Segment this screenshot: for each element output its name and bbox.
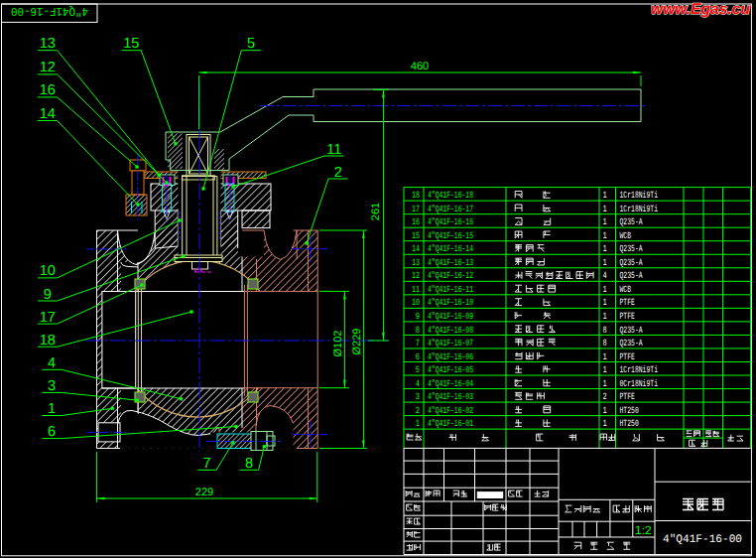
svg-text:4"Q41F-16-14: 4"Q41F-16-14	[428, 243, 473, 254]
svg-text:1: 1	[602, 351, 606, 362]
svg-text:1Cr18Ni9Ti: 1Cr18Ni9Ti	[620, 364, 659, 375]
svg-text:4: 4	[48, 355, 56, 371]
svg-text:16: 16	[40, 82, 56, 98]
svg-text:1: 1	[602, 297, 606, 308]
svg-text:1: 1	[602, 378, 606, 389]
svg-text:1: 1	[602, 311, 606, 322]
svg-text:1: 1	[602, 230, 606, 241]
svg-text:1: 1	[48, 401, 56, 417]
svg-text:8: 8	[602, 338, 606, 349]
svg-text:9: 9	[44, 287, 52, 303]
svg-text:3: 3	[48, 378, 56, 394]
svg-text:2: 2	[416, 405, 420, 416]
svg-text:Q235-A: Q235-A	[620, 338, 643, 349]
svg-text:4"Q41F-16-05: 4"Q41F-16-05	[428, 364, 473, 375]
svg-text:HT250: HT250	[620, 418, 639, 429]
svg-text:4"Q41F-16-07: 4"Q41F-16-07	[428, 338, 473, 349]
svg-text:1: 1	[602, 243, 606, 254]
svg-text:PTFE: PTFE	[620, 297, 636, 308]
svg-text:18: 18	[412, 190, 420, 201]
svg-text:4"Q41F-16-12: 4"Q41F-16-12	[428, 270, 473, 281]
svg-text:4"Q41F-16-16: 4"Q41F-16-16	[428, 216, 473, 227]
svg-text:460: 460	[411, 61, 429, 72]
svg-text:1: 1	[602, 216, 606, 227]
svg-text:10: 10	[40, 263, 56, 279]
svg-text:4"Q41F-16-10: 4"Q41F-16-10	[428, 297, 473, 308]
svg-text:WCB: WCB	[620, 284, 632, 295]
svg-text:4"Q41F-16-03: 4"Q41F-16-03	[428, 391, 473, 402]
svg-text:17: 17	[40, 310, 56, 326]
svg-text:1: 1	[602, 204, 606, 214]
svg-text:1: 1	[602, 364, 606, 375]
svg-text:4"Q41F-16-06: 4"Q41F-16-06	[428, 351, 473, 362]
svg-text:4"Q41F-16-01: 4"Q41F-16-01	[428, 418, 473, 429]
svg-text:17: 17	[412, 204, 420, 214]
svg-text:4"Q41F-16-18: 4"Q41F-16-18	[428, 190, 473, 201]
svg-text:10: 10	[412, 297, 420, 308]
svg-text:Q235-A: Q235-A	[620, 216, 643, 227]
svg-text:4"Q41F-16-17: 4"Q41F-16-17	[428, 204, 473, 214]
svg-text:15: 15	[123, 36, 139, 52]
svg-text:Ø102: Ø102	[332, 331, 344, 357]
svg-text:14: 14	[412, 243, 420, 254]
svg-text:Q235-A: Q235-A	[620, 325, 643, 336]
svg-text:4"Q41F-16-09: 4"Q41F-16-09	[428, 311, 473, 322]
svg-text:16: 16	[412, 216, 420, 227]
svg-text:12: 12	[412, 270, 420, 281]
svg-text:1: 1	[602, 190, 606, 201]
svg-text:12: 12	[40, 60, 56, 75]
svg-text:4"Q41F-16-15: 4"Q41F-16-15	[428, 230, 473, 241]
svg-text:2: 2	[334, 165, 342, 181]
svg-text:1: 1	[602, 284, 606, 295]
svg-text:Q235-A: Q235-A	[620, 270, 643, 281]
svg-text:0Cr18Ni9Ti: 0Cr18Ni9Ti	[620, 378, 659, 389]
svg-text:11: 11	[326, 142, 341, 158]
svg-text:WCB: WCB	[620, 230, 632, 241]
svg-text:6: 6	[416, 351, 420, 362]
svg-text:3: 3	[416, 391, 420, 402]
svg-text:8: 8	[602, 325, 606, 336]
svg-text:Q235-A: Q235-A	[620, 257, 643, 268]
svg-text:8: 8	[245, 456, 253, 472]
svg-text:18: 18	[40, 333, 56, 349]
svg-text:1: 1	[602, 405, 606, 416]
svg-text:229: 229	[195, 487, 213, 498]
svg-text:13: 13	[412, 257, 420, 268]
svg-text:4"Q41F-16-02: 4"Q41F-16-02	[428, 405, 473, 416]
svg-text:1Cr18Ni9Ti: 1Cr18Ni9Ti	[620, 190, 659, 201]
svg-text:PTFE: PTFE	[620, 311, 636, 322]
svg-text:11: 11	[412, 284, 420, 295]
svg-text:9: 9	[416, 311, 420, 322]
svg-text:4"Q41F-16-00: 4"Q41F-16-00	[663, 533, 742, 546]
svg-text:4"Q41F-16-13: 4"Q41F-16-13	[428, 257, 473, 268]
svg-text:HT250: HT250	[620, 405, 639, 416]
svg-text:4"Q41F-16-11: 4"Q41F-16-11	[428, 284, 473, 295]
svg-text:15: 15	[412, 230, 420, 241]
svg-text:13: 13	[40, 36, 56, 52]
svg-text:4"Q41F-16-08: 4"Q41F-16-08	[428, 325, 473, 336]
svg-text:Ø229: Ø229	[351, 329, 363, 355]
svg-text:4: 4	[602, 270, 606, 281]
svg-text:1:2: 1:2	[635, 523, 652, 537]
svg-text:1: 1	[416, 418, 420, 429]
svg-text:5: 5	[416, 364, 420, 375]
svg-text:1: 1	[602, 418, 606, 429]
svg-text:6: 6	[48, 424, 56, 440]
svg-text:PTFE: PTFE	[620, 391, 636, 402]
svg-text:2: 2	[602, 391, 606, 402]
svg-text:1: 1	[602, 257, 606, 268]
svg-text:PTFE: PTFE	[620, 351, 636, 362]
svg-text:4"Q41F-16-00: 4"Q41F-16-00	[11, 4, 88, 18]
svg-text:4"Q41F-16-04: 4"Q41F-16-04	[428, 378, 473, 389]
svg-text:7: 7	[203, 456, 211, 472]
svg-text:7: 7	[416, 338, 420, 349]
svg-text:14: 14	[40, 106, 56, 122]
svg-text:www.Egas.cu: www.Egas.cu	[651, 1, 751, 18]
svg-text:261: 261	[370, 203, 382, 220]
svg-text:5: 5	[247, 36, 255, 52]
svg-text:8: 8	[416, 325, 420, 336]
svg-text:4: 4	[416, 378, 420, 389]
svg-text:Q235-A: Q235-A	[620, 243, 643, 254]
svg-text:1Cr18Ni9Ti: 1Cr18Ni9Ti	[620, 204, 659, 214]
